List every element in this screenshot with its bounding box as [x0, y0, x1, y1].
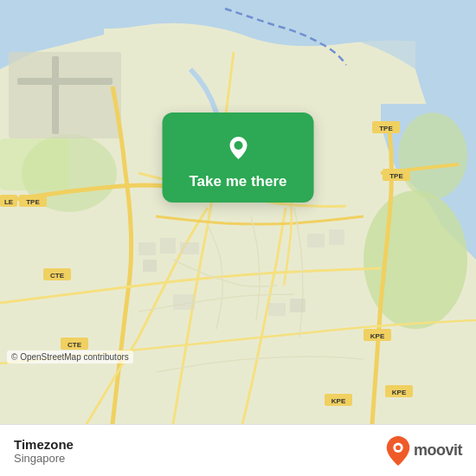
svg-rect-5: [9, 52, 121, 138]
location-name: Timezone: [14, 437, 74, 452]
location-info: Timezone Singapore: [14, 437, 74, 465]
svg-point-38: [234, 141, 242, 150]
location-country: Singapore: [14, 452, 74, 465]
svg-rect-30: [290, 299, 306, 312]
svg-text:TPE: TPE: [389, 172, 403, 180]
moovit-text: moovit: [414, 441, 462, 460]
svg-rect-28: [173, 294, 195, 310]
map-attribution: © OpenStreetMap contributors: [7, 351, 133, 363]
svg-rect-6: [17, 78, 113, 85]
svg-rect-25: [143, 260, 157, 272]
svg-text:TPE: TPE: [379, 125, 393, 132]
moovit-logo-icon: [386, 436, 410, 466]
svg-point-40: [396, 445, 401, 450]
svg-text:LE: LE: [4, 198, 14, 206]
svg-rect-26: [307, 234, 325, 248]
svg-rect-22: [138, 242, 156, 255]
svg-text:KPE: KPE: [331, 397, 346, 405]
svg-text:KPE: KPE: [370, 332, 385, 340]
take-me-there-label: Take me there: [189, 173, 286, 190]
bottom-bar: Timezone Singapore moovit: [0, 424, 476, 476]
svg-text:CTE: CTE: [68, 341, 82, 349]
svg-rect-29: [268, 303, 286, 316]
svg-rect-7: [52, 56, 59, 134]
moovit-logo[interactable]: moovit: [386, 436, 462, 466]
map-container: TPE TPE KPE KPE KPE CTE CTE: [0, 0, 476, 424]
svg-point-2: [398, 113, 467, 199]
svg-rect-23: [160, 238, 176, 254]
svg-text:CTE: CTE: [50, 272, 65, 280]
svg-rect-27: [329, 229, 344, 245]
svg-text:KPE: KPE: [392, 389, 407, 396]
svg-rect-4: [0, 138, 69, 190]
svg-rect-24: [180, 242, 199, 254]
take-me-there-card[interactable]: Take me there: [163, 113, 314, 203]
svg-text:TPE: TPE: [26, 198, 40, 206]
location-pin-icon: [219, 128, 257, 166]
